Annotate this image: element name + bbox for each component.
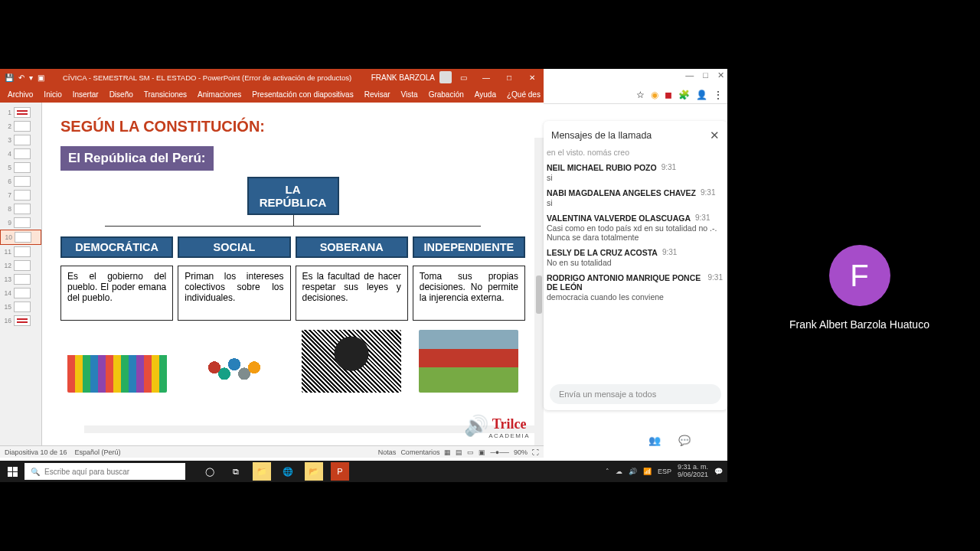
chat-close-icon[interactable]: ✕: [710, 129, 720, 142]
bookmark-icon[interactable]: ☆: [636, 90, 645, 100]
meet-activities-icon[interactable]: △: [701, 435, 709, 448]
message-time: 9:31: [662, 248, 677, 257]
tab-review[interactable]: Revisar: [364, 90, 390, 99]
speaker-icon[interactable]: 🔊: [464, 414, 488, 438]
participant-tile: F Frank Albert Barzola Huatuco: [739, 211, 980, 364]
tab-recording[interactable]: Grabación: [429, 90, 464, 99]
redo-icon[interactable]: ▾: [29, 73, 33, 82]
minimize-icon[interactable]: —: [475, 69, 498, 86]
zoom-value[interactable]: 90%: [514, 448, 528, 456]
meet-chat-icon[interactable]: 💬: [678, 435, 691, 448]
thumbnail-6[interactable]: 6: [0, 174, 41, 188]
thumbnail-3[interactable]: 3: [0, 133, 41, 147]
thumbnail-8[interactable]: 8: [0, 202, 41, 216]
thumbnail-1[interactable]: 1: [0, 106, 41, 119]
status-lang[interactable]: Español (Perú): [75, 448, 121, 456]
comments-button[interactable]: Comentarios: [400, 448, 439, 456]
slide-canvas[interactable]: SEGÚN LA CONSTITUCIÓN: El República del …: [42, 103, 544, 445]
thumbnail-16[interactable]: 16: [0, 314, 41, 328]
thumbnail-11[interactable]: 11: [0, 245, 41, 259]
view-slideshow-icon[interactable]: ▣: [479, 448, 485, 456]
cortana-icon[interactable]: ◯: [201, 462, 219, 481]
start-button[interactable]: [0, 461, 24, 482]
col-head: DEMOCRÁTICA: [60, 236, 173, 258]
chrome-maximize-icon[interactable]: □: [703, 70, 708, 80]
chat-input[interactable]: Envía un mensaje a todos: [550, 384, 721, 404]
message-time: 9:31: [708, 273, 723, 292]
tray-notifications-icon[interactable]: 💬: [714, 468, 723, 475]
tab-transitions[interactable]: Transiciones: [144, 90, 187, 99]
thumbnail-15[interactable]: 15: [0, 300, 41, 314]
chrome-icon[interactable]: 🌐: [279, 462, 297, 481]
message-author: LESLY DE LA CRUZ ACOSTA: [547, 248, 658, 257]
message-author: VALENTINA VALVERDE OLASCUAGA: [547, 214, 691, 223]
message-text: No en su totalidad: [547, 258, 723, 267]
tab-insert[interactable]: Insertar: [73, 90, 99, 99]
ribbon-options-icon[interactable]: ▭: [452, 69, 475, 86]
thumbnail-14[interactable]: 14: [0, 286, 41, 300]
message-time: 9:31: [662, 163, 676, 172]
col-soberana: SOBERANA Es la facultad de hacer respeta…: [296, 236, 408, 393]
taskbar-search[interactable]: 🔍 Escribe aquí para buscar: [24, 463, 185, 480]
taskview-icon[interactable]: ⧉: [227, 462, 245, 481]
tab-view[interactable]: Vista: [401, 90, 418, 99]
thumbnail-10[interactable]: 10: [0, 230, 41, 245]
powerpoint-icon[interactable]: P: [331, 462, 349, 481]
message-author: NABI MAGDALENA ANGELES CHAVEZ: [547, 188, 696, 197]
thumbnail-4[interactable]: 4: [0, 147, 41, 161]
tray-clock[interactable]: 9:31 a. m. 9/06/2021: [678, 464, 708, 479]
chrome-close-icon[interactable]: ✕: [717, 70, 724, 80]
explorer-icon[interactable]: 📁: [253, 462, 271, 481]
meet-info-icon[interactable]: ⓘ: [628, 435, 638, 448]
maximize-icon[interactable]: □: [498, 69, 521, 86]
thumbnail-7[interactable]: 7: [0, 188, 41, 202]
profile-icon[interactable]: 👤: [696, 90, 707, 100]
chat-message: NEIL MICHAEL RUBIO POZO9:31si: [547, 163, 723, 182]
tell-me[interactable]: ¿Qué des: [507, 90, 541, 99]
tray-wifi-icon[interactable]: 📶: [643, 468, 652, 475]
tab-home[interactable]: Inicio: [44, 90, 61, 99]
tray-lang[interactable]: ESP: [658, 468, 671, 475]
fit-icon[interactable]: ⛶: [532, 448, 539, 456]
tray-chevron-icon[interactable]: ˄: [606, 468, 609, 475]
view-normal-icon[interactable]: ▦: [444, 448, 451, 456]
thumbnail-13[interactable]: 13: [0, 272, 41, 286]
chat-title: Mensajes de la llamada: [551, 130, 652, 141]
slide-thumbnails[interactable]: 12345678910111213141516: [0, 103, 42, 445]
thumbnail-2[interactable]: 2: [0, 119, 41, 133]
slide-subtitle: El República del Perú:: [60, 146, 214, 171]
save-icon[interactable]: 💾: [5, 73, 14, 82]
ext-1-icon[interactable]: ◉: [651, 90, 658, 100]
view-reading-icon[interactable]: ▭: [467, 448, 474, 456]
menu-icon[interactable]: ⋮: [714, 90, 723, 100]
thumbnail-12[interactable]: 12: [0, 259, 41, 272]
chrome-minimize-icon[interactable]: —: [685, 70, 694, 80]
view-sorter-icon[interactable]: ▤: [456, 448, 462, 456]
tab-help[interactable]: Ayuda: [475, 90, 496, 99]
thumbnail-5[interactable]: 5: [0, 161, 41, 174]
col-social: SOCIAL Priman los intereses colectivos s…: [178, 236, 290, 393]
tab-slideshow[interactable]: Presentación con diapositivas: [252, 90, 353, 99]
close-icon[interactable]: ✕: [521, 69, 544, 86]
meet-people-icon[interactable]: 👥89: [648, 435, 668, 448]
taskbar: 🔍 Escribe aquí para buscar ◯ ⧉ 📁 🌐 📂 P ˄…: [0, 461, 727, 482]
tab-animations[interactable]: Animaciones: [198, 90, 241, 99]
extensions-icon[interactable]: 🧩: [678, 90, 690, 100]
start-slideshow-icon[interactable]: ▣: [38, 73, 44, 82]
zoom-slider[interactable]: ─●──: [490, 448, 509, 456]
ext-2-icon[interactable]: ◼: [665, 90, 672, 100]
folder-icon[interactable]: 📂: [305, 462, 323, 481]
slide-title: SEGÚN LA CONSTITUCIÓN:: [60, 118, 525, 135]
search-placeholder: Escribe aquí para buscar: [44, 468, 129, 476]
tab-file[interactable]: Archivo: [8, 90, 33, 99]
col-text: Toma sus propias decisiones. No permite …: [413, 266, 525, 321]
status-bar: Diapositiva 10 de 16 Español (Perú) Nota…: [0, 445, 544, 458]
tray-onedrive-icon[interactable]: ☁: [616, 468, 622, 475]
avatar[interactable]: [439, 71, 452, 83]
chat-messages[interactable]: en el visto. nomás creo NEIL MICHAEL RUB…: [544, 147, 727, 378]
notes-button[interactable]: Notas: [378, 448, 397, 456]
undo-icon[interactable]: ↶: [18, 73, 24, 82]
thumbnail-9[interactable]: 9: [0, 216, 41, 230]
tray-volume-icon[interactable]: 🔊: [629, 468, 637, 475]
tab-design[interactable]: Diseño: [109, 90, 133, 99]
